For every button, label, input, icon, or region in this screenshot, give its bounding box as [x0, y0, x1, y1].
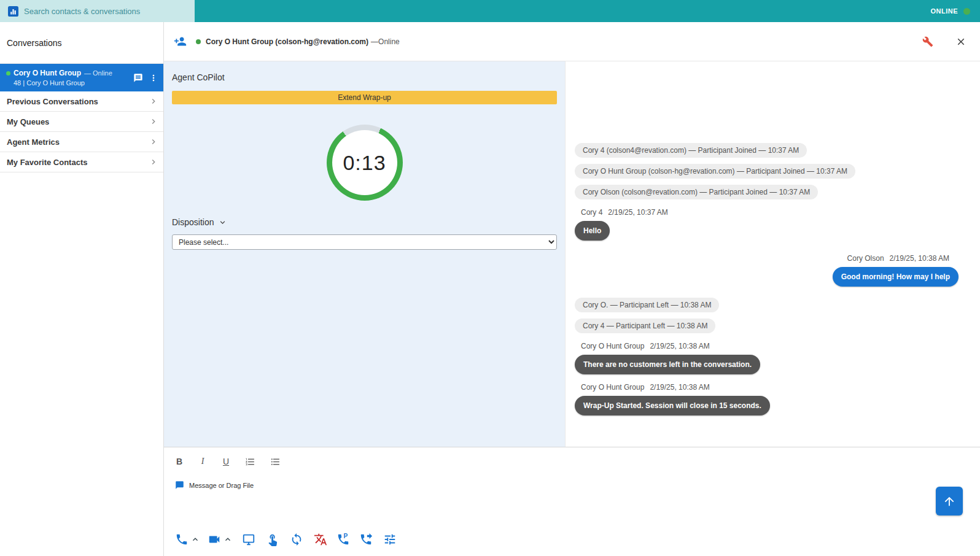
message-meta: Cory 4 2/19/25, 10:37 AM: [575, 208, 668, 217]
message-timestamp: 2/19/25, 10:38 AM: [650, 342, 709, 350]
online-status-label: ONLINE: [930, 7, 958, 15]
message-bubble: There are no customers left in the conve…: [575, 355, 760, 374]
message-timestamp: 2/19/25, 10:37 AM: [608, 208, 667, 217]
disposition-select[interactable]: Please select...: [172, 234, 557, 250]
main-content: Cory O Hunt Group (colson-hg@revation.co…: [164, 22, 980, 556]
chevron-right-icon: [149, 137, 158, 147]
more-vert-icon[interactable]: [149, 73, 158, 83]
sidebar-item-label: Agent Metrics: [7, 137, 60, 147]
extend-wrapup-button[interactable]: Extend Wrap-up: [172, 91, 557, 104]
sidebar-item-my-favorite-contacts[interactable]: My Favorite Contacts: [0, 152, 163, 172]
participant-event-pill: Cory Olson (colson@revation.com) — Parti…: [575, 185, 818, 199]
underline-button[interactable]: U: [222, 457, 230, 466]
message-timestamp: 2/19/25, 10:38 AM: [650, 383, 709, 392]
screen-share-button[interactable]: [242, 533, 255, 546]
agent-copilot-panel: Agent CoPilot Extend Wrap-up 0:13 Dispos…: [164, 61, 565, 447]
sidebar-item-previous-conversations[interactable]: Previous Conversations: [0, 91, 163, 112]
disposition-label: Disposition: [172, 217, 214, 227]
sidebar-item-label: Previous Conversations: [7, 97, 98, 106]
wrapup-timer-value: 0:13: [332, 130, 397, 195]
call-transfer-button[interactable]: [359, 533, 373, 546]
app-logo-icon: [8, 6, 18, 17]
message-sender: Cory O Hunt Group: [581, 342, 644, 350]
cobrowse-touch-button[interactable]: [266, 533, 279, 546]
conversation-subtitle: 48 | Cory O Hunt Group: [6, 79, 128, 87]
conversation-header: Cory O Hunt Group (colson-hg@revation.co…: [164, 22, 980, 61]
presence-dot-icon: [6, 71, 10, 75]
app-window: ONLINE Conversations Cory O Hunt Group —…: [0, 0, 980, 556]
conversation-list-item[interactable]: Cory O Hunt Group — Online 48 | Cory O H…: [0, 64, 163, 91]
message-input-placeholder: Message or Drag File: [189, 482, 254, 489]
conversation-status: —Online: [371, 37, 400, 46]
video-call-button[interactable]: [208, 533, 221, 546]
sidebar-item-label: My Queues: [7, 117, 49, 126]
copilot-title: Agent CoPilot: [172, 72, 557, 82]
chevron-right-icon: [149, 157, 158, 167]
chat-panel: Cory 4 (colson4@revation.com) — Particip…: [565, 61, 980, 447]
message-sender: Cory Olson: [847, 254, 884, 263]
italic-button[interactable]: I: [198, 457, 207, 466]
chevron-right-icon: [149, 96, 158, 106]
message-input[interactable]: Message or Drag File: [175, 481, 433, 490]
message-bubble: Good morning! How may I help: [833, 267, 959, 287]
message-bubble: Wrap-Up Started. Session will close in 1…: [575, 396, 770, 415]
bulleted-list-button[interactable]: [270, 457, 281, 467]
format-toolbar: B I U: [164, 447, 980, 467]
close-icon[interactable]: [955, 36, 966, 47]
participant-event-pill: Cory 4 — Participant Left — 10:38 AM: [575, 319, 715, 333]
send-button[interactable]: [936, 487, 963, 515]
call-park-button[interactable]: P: [336, 533, 350, 546]
wrapup-timer-ring: 0:13: [327, 125, 403, 201]
bold-button[interactable]: B: [175, 457, 184, 466]
settings-tune-button[interactable]: [383, 533, 397, 546]
phone-options-chevron-icon[interactable]: [190, 535, 200, 544]
online-dot-icon: [963, 8, 970, 15]
sidebar-item-my-queues[interactable]: My Queues: [0, 112, 163, 132]
sidebar-item-agent-metrics[interactable]: Agent Metrics: [0, 132, 163, 152]
conversation-name: Cory O Hunt Group: [14, 69, 81, 77]
translate-button[interactable]: [314, 533, 327, 546]
composer: B I U Message or Drag File: [164, 447, 980, 556]
conversation-panels: Agent CoPilot Extend Wrap-up 0:13 Dispos…: [164, 61, 980, 447]
participant-event-pill: Cory O. — Participant Left — 10:38 AM: [575, 298, 719, 312]
refresh-session-button[interactable]: [290, 533, 303, 546]
ordered-list-button[interactable]: [245, 457, 255, 467]
conversation-title: Cory O Hunt Group (colson-hg@revation.co…: [206, 37, 368, 46]
conversation-info: Cory O Hunt Group — Online 48 | Cory O H…: [6, 69, 128, 87]
sidebar: Conversations Cory O Hunt Group — Online…: [0, 22, 164, 556]
agent-status-control[interactable]: ONLINE: [930, 7, 980, 15]
svg-text:P: P: [343, 533, 348, 539]
search-input[interactable]: [24, 7, 195, 16]
message-meta: Cory O Hunt Group 2/19/25, 10:38 AM: [575, 342, 710, 350]
chevron-right-icon: [149, 117, 158, 126]
sidebar-title: Conversations: [0, 22, 163, 64]
topbar: ONLINE: [0, 0, 980, 22]
message-bubble: Hello: [575, 221, 610, 241]
conversation-presence: — Online: [84, 69, 112, 77]
message-sender: Cory O Hunt Group: [581, 383, 644, 392]
presence-dot-icon: [196, 39, 201, 44]
person-add-icon[interactable]: [174, 35, 187, 48]
sidebar-item-label: My Favorite Contacts: [7, 158, 87, 167]
video-options-chevron-icon[interactable]: [223, 535, 233, 544]
message-timestamp: 2/19/25, 10:38 AM: [890, 254, 949, 263]
chevron-down-icon: [218, 218, 227, 227]
disposition-toggle[interactable]: Disposition: [172, 217, 227, 227]
message-meta: Cory O Hunt Group 2/19/25, 10:38 AM: [575, 383, 710, 392]
call-actions-toolbar: P: [175, 533, 397, 546]
phone-call-button[interactable]: [175, 533, 189, 546]
chat-bubble-icon: [175, 481, 184, 490]
participant-event-pill: Cory O Hunt Group (colson-hg@revation.co…: [575, 164, 855, 179]
global-search[interactable]: [0, 0, 195, 22]
message-meta: Cory Olson 2/19/25, 10:38 AM: [841, 254, 980, 263]
chat-bubble-icon[interactable]: [133, 73, 143, 83]
participant-event-pill: Cory 4 (colson4@revation.com) — Particip…: [575, 143, 807, 158]
wrench-icon[interactable]: [922, 36, 933, 47]
message-sender: Cory 4: [581, 208, 602, 217]
